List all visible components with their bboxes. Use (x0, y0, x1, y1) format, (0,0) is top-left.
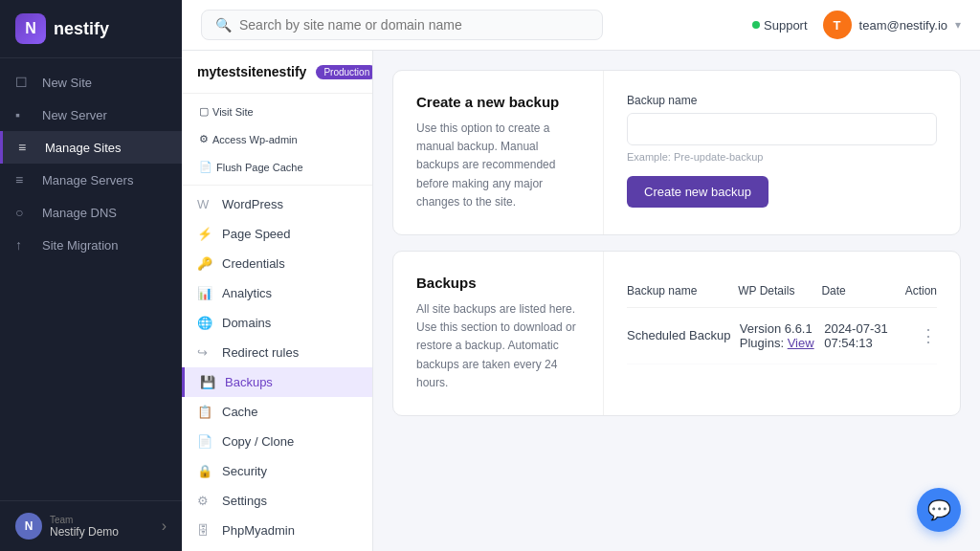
flush-page-cache-button[interactable]: 📄 Flush Page Cache (193, 157, 309, 177)
topbar: 🔍 Support T team@nestify.io ▾ (182, 0, 980, 51)
create-backup-button[interactable]: Create new backup (627, 176, 768, 208)
wp-plugins: Plugins: View (740, 336, 824, 350)
search-bar[interactable]: 🔍 (201, 10, 603, 40)
sidebar-item-manage-servers[interactable]: ≡ Manage Servers (0, 164, 182, 196)
sidebar-item-new-server[interactable]: ▪ New Server (0, 99, 182, 131)
backups-icon: 💾 (200, 375, 215, 389)
plugins-view-link[interactable]: View (788, 336, 814, 350)
sidebar-item-manage-dns[interactable]: ○ Manage DNS (0, 196, 182, 229)
chevron-right-icon[interactable]: › (162, 518, 167, 535)
left-nav-item-domains[interactable]: 🌐 Domains (182, 308, 372, 338)
logo-icon: N (15, 13, 46, 44)
footer-team-name: Nestify Demo (50, 525, 162, 539)
backups-desc: All site backups are listed here. Use th… (416, 300, 580, 392)
table-header: Backup name WP Details Date Action (627, 275, 937, 308)
chat-button[interactable]: 💬 (917, 488, 961, 532)
sidebar-logo: N nestify (0, 0, 182, 58)
migration-icon: ↑ (15, 237, 33, 253)
visit-site-button[interactable]: ▢ Visit Site (193, 101, 259, 121)
left-nav-item-wordpress[interactable]: W WordPress (182, 189, 372, 219)
table-row: Scheduled Backup Version 6.6.1 Plugins: … (627, 308, 937, 364)
col-wp-details: WP Details (738, 284, 821, 298)
sidebar-item-new-site[interactable]: ☐ New Site (0, 66, 182, 99)
col-backup-name: Backup name (627, 284, 738, 298)
flush-icon: 📄 (199, 161, 212, 173)
backup-name-hint: Example: Pre-update-backup (627, 151, 937, 163)
site-name: mytestsitenestify (197, 64, 306, 79)
settings-icon: ⚙ (197, 494, 212, 508)
support-status-dot (752, 21, 760, 29)
left-nav-item-backups[interactable]: 💾 Backups (182, 367, 372, 397)
sidebar-footer: N Team Nestify Demo › (0, 500, 182, 551)
left-panel: mytestsitenestify Production ▢ Visit Sit… (182, 51, 373, 551)
sidebar-item-site-migration[interactable]: ↑ Site Migration (0, 229, 182, 261)
cache-icon: 📋 (197, 405, 212, 419)
redirect-icon: ↪ (197, 345, 212, 360)
credentials-icon: 🔑 (197, 256, 212, 271)
sidebar-item-manage-sites[interactable]: ≡ Manage Sites (0, 131, 182, 164)
footer-team-label: Team (50, 515, 162, 525)
search-input[interactable] (239, 17, 589, 33)
create-backup-desc: Use this option to create a manual backu… (416, 120, 580, 211)
production-badge: Production (316, 65, 373, 79)
row-action-menu-button[interactable]: ⋮ (909, 325, 937, 346)
backups-list-card: Backups All site backups are listed here… (392, 251, 961, 416)
backup-name-label: Backup name (627, 94, 937, 107)
main-area: 🔍 Support T team@nestify.io ▾ mytestsite… (182, 0, 980, 551)
phpmyadmin-icon: 🗄 (197, 523, 212, 538)
sites-icon: ≡ (18, 140, 35, 155)
site-actions: ▢ Visit Site ⚙ Access Wp-admin 📄 Flush P… (182, 94, 372, 186)
wp-version: Version 6.6.1 (740, 321, 824, 336)
create-backup-card: Create a new backup Use this option to c… (392, 70, 961, 235)
copy-clone-icon: 📄 (197, 434, 212, 449)
cell-wp-details: Version 6.6.1 Plugins: View (740, 321, 824, 350)
page-speed-icon: ⚡ (197, 227, 212, 241)
domains-icon: 🌐 (197, 316, 212, 330)
create-backup-title: Create a new backup (416, 94, 580, 110)
sidebar-nav: ☐ New Site ▪ New Server ≡ Manage Sites ≡… (0, 58, 182, 500)
cell-date: 2024-07-31 07:54:13 (824, 321, 908, 350)
plus-icon: ☐ (15, 75, 33, 90)
chat-icon: 💬 (927, 498, 951, 521)
site-header: mytestsitenestify Production (182, 51, 372, 94)
servers-icon: ≡ (15, 172, 33, 187)
left-nav-item-page-speed[interactable]: ⚡ Page Speed (182, 219, 372, 249)
left-nav-item-cache[interactable]: 📋 Cache (182, 397, 372, 427)
access-wp-admin-button[interactable]: ⚙ Access Wp-admin (193, 129, 303, 149)
left-nav-item-phpmyadmin[interactable]: 🗄 PhpMyadmin (182, 516, 372, 545)
left-nav-item-security[interactable]: 🔒 Security (182, 456, 372, 486)
server-icon: ▪ (15, 107, 33, 122)
avatar: N (15, 513, 42, 540)
content-area: mytestsitenestify Production ▢ Visit Sit… (182, 51, 980, 551)
support-link[interactable]: Support (752, 18, 808, 33)
analytics-icon: 📊 (197, 286, 212, 300)
visit-site-icon: ▢ (199, 105, 209, 118)
backups-title: Backups (416, 275, 580, 291)
left-nav-item-copy-clone[interactable]: 📄 Copy / Clone (182, 427, 372, 456)
user-email: team@nestify.io (859, 18, 947, 33)
left-nav-item-redirect-rules[interactable]: ↪ Redirect rules (182, 338, 372, 367)
left-nav: W WordPress ⚡ Page Speed 🔑 Credentials 📊… (182, 186, 372, 551)
dns-icon: ○ (15, 205, 33, 220)
wordpress-icon: W (197, 197, 212, 211)
col-action: Action (905, 284, 937, 298)
user-menu[interactable]: T team@nestify.io ▾ (823, 11, 961, 39)
backups-table: Backup name WP Details Date Action Sched… (627, 275, 937, 364)
security-icon: 🔒 (197, 464, 212, 478)
chevron-down-icon: ▾ (955, 18, 961, 32)
user-avatar: T (823, 11, 852, 39)
cell-backup-name: Scheduled Backup (627, 328, 740, 342)
wp-admin-icon: ⚙ (199, 133, 209, 145)
sidebar: N nestify ☐ New Site ▪ New Server ≡ Mana… (0, 0, 182, 551)
logo-text: nestify (54, 19, 109, 39)
search-icon: 🔍 (215, 17, 232, 33)
col-date: Date (821, 284, 904, 298)
left-nav-item-credentials[interactable]: 🔑 Credentials (182, 249, 372, 278)
left-nav-item-settings[interactable]: ⚙ Settings (182, 486, 372, 516)
backup-name-input[interactable] (627, 113, 937, 145)
left-nav-item-analytics[interactable]: 📊 Analytics (182, 278, 372, 308)
left-nav-item-logs[interactable]: 📋 Logs (182, 545, 372, 551)
right-panel: Create a new backup Use this option to c… (373, 51, 980, 551)
